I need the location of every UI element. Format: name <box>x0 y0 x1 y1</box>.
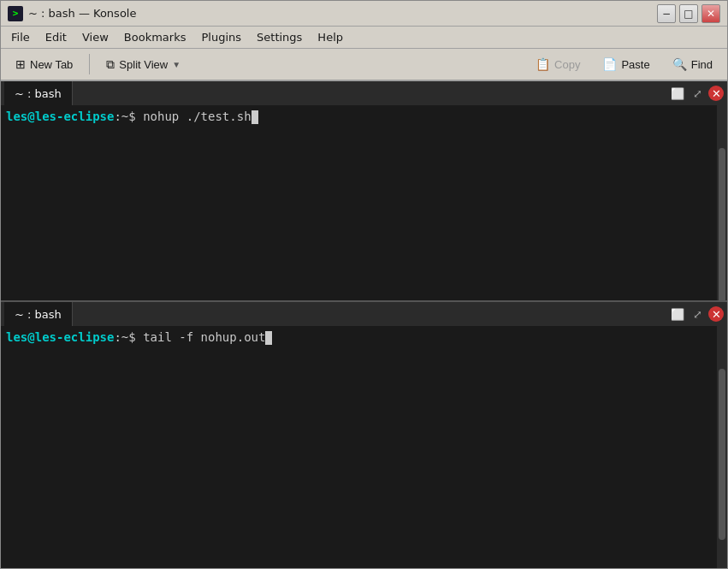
top-prompt-command: nohup ./test.sh <box>143 109 251 126</box>
top-prompt-dir: :~$ <box>114 109 143 126</box>
top-pane-restore-button[interactable]: ⬜ <box>669 85 686 102</box>
top-pane-close-button[interactable]: ✕ <box>708 86 724 101</box>
copy-label: Copy <box>554 58 580 71</box>
window-controls: − □ ✕ <box>657 4 720 23</box>
menu-plugins[interactable]: Plugins <box>194 29 248 45</box>
menu-help[interactable]: Help <box>311 29 350 45</box>
konsole-window: ~ : bash — Konsole − □ ✕ File Edit View … <box>0 0 728 569</box>
bottom-pane-close-button[interactable]: ✕ <box>708 306 724 322</box>
new-tab-icon: ⊞ <box>15 57 26 71</box>
terminal-section: ~ : bash ⬜ ⤢ ✕ les@les-eclipse :~$ nohup… <box>1 81 727 568</box>
copy-icon: 📋 <box>536 57 550 71</box>
bottom-cursor <box>265 331 272 345</box>
bottom-scrollbar[interactable] <box>717 326 727 568</box>
find-label: Find <box>691 58 713 71</box>
top-terminal-content: les@les-eclipse :~$ nohup ./test.sh <box>1 105 727 300</box>
bottom-terminal-pane[interactable]: les@les-eclipse :~$ tail -f nohup.out <box>1 326 727 568</box>
top-scrollbar[interactable] <box>717 105 727 300</box>
top-tab-bar: ~ : bash ⬜ ⤢ ✕ <box>1 81 727 105</box>
toolbar: ⊞ New Tab ⧉ Split View ▼ 📋 Copy 📄 Paste … <box>1 49 727 81</box>
menu-view[interactable]: View <box>75 29 115 45</box>
bottom-pane-restore-button[interactable]: ⬜ <box>669 305 686 323</box>
top-terminal-prompt: les@les-eclipse :~$ nohup ./test.sh <box>6 109 722 126</box>
bottom-terminal-prompt: les@les-eclipse :~$ tail -f nohup.out <box>6 329 722 347</box>
bottom-tab-controls: ⬜ ⤢ ✕ <box>669 305 724 323</box>
top-tab[interactable]: ~ : bash <box>4 81 73 105</box>
top-cursor <box>252 110 258 124</box>
bottom-terminal-content: les@les-eclipse :~$ tail -f nohup.out <box>1 326 727 568</box>
menu-settings[interactable]: Settings <box>250 29 309 45</box>
bottom-pane-detach-button[interactable]: ⤢ <box>689 305 706 323</box>
toolbar-separator-1 <box>89 54 90 74</box>
top-terminal-pane[interactable]: les@les-eclipse :~$ nohup ./test.sh <box>1 105 727 300</box>
new-tab-button[interactable]: ⊞ New Tab <box>6 53 82 75</box>
top-tab-controls: ⬜ ⤢ ✕ <box>669 85 724 102</box>
window-title: ~ : bash — Konsole <box>28 7 136 20</box>
top-pane-detach-button[interactable]: ⤢ <box>689 85 706 102</box>
bottom-prompt-dir: :~$ <box>114 329 143 347</box>
new-tab-label: New Tab <box>30 58 73 71</box>
find-button[interactable]: 🔍 Find <box>663 53 722 75</box>
menu-bookmarks[interactable]: Bookmarks <box>117 29 193 45</box>
bottom-prompt-user: les@les-eclipse <box>6 329 114 347</box>
split-view-icon: ⧉ <box>106 57 115 72</box>
find-icon: 🔍 <box>672 57 687 71</box>
top-scrollbar-thumb[interactable] <box>719 148 725 319</box>
menu-bar: File Edit View Bookmarks Plugins Setting… <box>1 27 727 49</box>
paste-label: Paste <box>621 58 649 71</box>
title-bar-left: ~ : bash — Konsole <box>8 6 136 21</box>
split-view-label: Split View <box>119 58 168 71</box>
copy-button[interactable]: 📋 Copy <box>526 53 589 75</box>
top-pane-wrapper: ~ : bash ⬜ ⤢ ✕ les@les-eclipse :~$ nohup… <box>1 81 727 300</box>
minimize-button[interactable]: − <box>657 4 676 23</box>
maximize-button[interactable]: □ <box>679 4 698 23</box>
paste-icon: 📄 <box>602 57 617 71</box>
menu-file[interactable]: File <box>4 29 37 45</box>
bottom-prompt-command: tail -f nohup.out <box>143 329 265 347</box>
terminal-icon <box>8 6 23 21</box>
bottom-tab-label: ~ : bash <box>15 308 62 321</box>
bottom-tab-bar: ~ : bash ⬜ ⤢ ✕ <box>1 302 727 326</box>
split-view-button[interactable]: ⧉ Split View ▼ <box>97 53 190 76</box>
top-prompt-user: les@les-eclipse <box>6 109 114 126</box>
top-tab-label: ~ : bash <box>15 87 62 100</box>
bottom-pane-wrapper: ~ : bash ⬜ ⤢ ✕ les@les-eclipse :~$ tail … <box>1 302 727 568</box>
close-button[interactable]: ✕ <box>701 4 720 23</box>
bottom-tab[interactable]: ~ : bash <box>4 302 73 326</box>
menu-edit[interactable]: Edit <box>38 29 74 45</box>
bottom-scrollbar-thumb[interactable] <box>719 369 725 540</box>
title-bar: ~ : bash — Konsole − □ ✕ <box>1 1 727 27</box>
split-view-arrow: ▼ <box>172 60 181 69</box>
paste-button[interactable]: 📄 Paste <box>593 53 659 75</box>
